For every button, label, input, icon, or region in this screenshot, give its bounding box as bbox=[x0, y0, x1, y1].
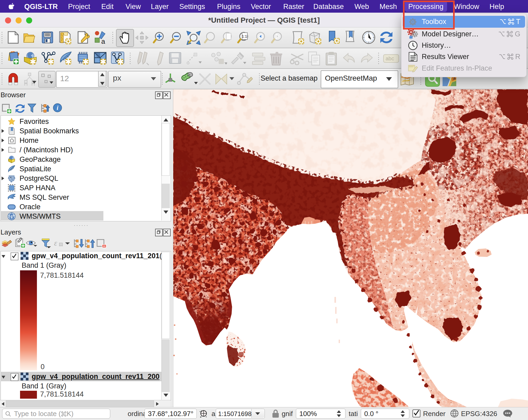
svg-text:abc: abc bbox=[386, 56, 394, 61]
svg-text:1:1: 1:1 bbox=[242, 34, 247, 38]
svg-text:ε: ε bbox=[54, 239, 57, 247]
svg-text:i: i bbox=[57, 104, 59, 111]
svg-text:a: a bbox=[101, 37, 105, 44]
